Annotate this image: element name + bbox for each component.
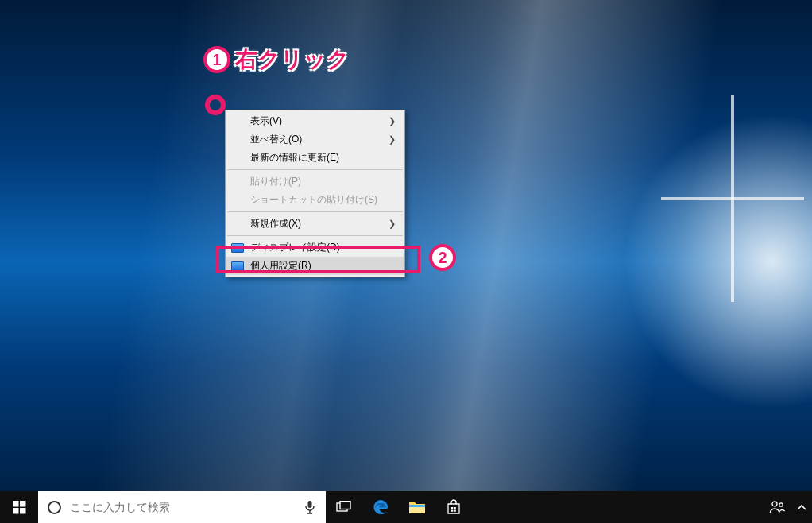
annotation-badge-2: 2 (429, 244, 456, 271)
cortana-icon[interactable] (38, 501, 70, 514)
taskbar-search[interactable] (38, 491, 326, 523)
task-view-icon (336, 501, 352, 513)
display-icon (231, 243, 244, 253)
menu-separator (227, 235, 403, 236)
menu-separator (227, 211, 403, 212)
svg-rect-0 (13, 501, 19, 507)
menu-item-paste: 貼り付け(P) (226, 172, 404, 191)
windows-logo-icon (13, 501, 26, 514)
svg-rect-1 (20, 501, 26, 507)
annotation-click-point (205, 95, 226, 115)
desktop-context-menu: 表示(V) ❯ 並べ替え(O) ❯ 最新の情報に更新(E) 貼り付け(P) ショ… (225, 110, 405, 277)
store-icon (446, 499, 462, 515)
annotation-step1: 1 右クリック (203, 45, 350, 75)
people-icon (769, 500, 785, 514)
svg-rect-8 (340, 502, 350, 509)
menu-item-new[interactable]: 新規作成(X) ❯ (226, 215, 404, 233)
personalize-icon (231, 262, 244, 271)
menu-item-display-settings[interactable]: ディスプレイ設定(D) (226, 238, 404, 257)
start-button[interactable] (0, 491, 38, 523)
svg-point-16 (779, 503, 783, 506)
edge-icon (372, 498, 389, 516)
annotation-badge-1: 1 (203, 46, 230, 73)
folder-icon (408, 500, 426, 514)
taskbar (0, 491, 812, 523)
chevron-right-icon: ❯ (389, 134, 396, 145)
svg-rect-4 (308, 501, 312, 508)
file-explorer-button[interactable] (399, 491, 435, 523)
menu-item-paste-shortcut: ショートカットの貼り付け(S) (226, 191, 404, 209)
chevron-up-icon (797, 504, 806, 510)
svg-point-15 (772, 502, 777, 506)
menu-item-personalize[interactable]: 個人用設定(R) (226, 257, 404, 275)
tray-chevron-up[interactable] (791, 491, 812, 523)
menu-item-sort[interactable]: 並べ替え(O) ❯ (226, 130, 404, 149)
menu-separator (227, 169, 403, 170)
mic-icon[interactable] (294, 500, 326, 514)
svg-rect-10 (409, 505, 425, 507)
edge-button[interactable] (362, 491, 399, 523)
svg-rect-3 (20, 508, 26, 514)
chevron-right-icon: ❯ (389, 219, 396, 229)
svg-rect-14 (454, 510, 456, 512)
svg-rect-2 (13, 508, 19, 514)
wallpaper-window-pane (661, 95, 804, 302)
svg-rect-12 (454, 507, 456, 509)
menu-item-refresh[interactable]: 最新の情報に更新(E) (226, 149, 404, 167)
task-view-button[interactable] (326, 491, 362, 523)
svg-rect-13 (451, 510, 453, 512)
system-tray (763, 491, 812, 523)
store-button[interactable] (435, 491, 472, 523)
svg-rect-11 (451, 507, 453, 509)
annotation-step2: 2 (429, 244, 456, 271)
chevron-right-icon: ❯ (389, 116, 396, 126)
menu-item-view[interactable]: 表示(V) ❯ (226, 112, 404, 130)
desktop-wallpaper[interactable]: 1 右クリック 表示(V) ❯ 並べ替え(O) ❯ 最新の情報に更新(E) 貼り… (0, 0, 812, 523)
annotation-text-1: 右クリック (235, 45, 350, 75)
search-input[interactable] (70, 491, 294, 523)
people-button[interactable] (763, 491, 791, 523)
